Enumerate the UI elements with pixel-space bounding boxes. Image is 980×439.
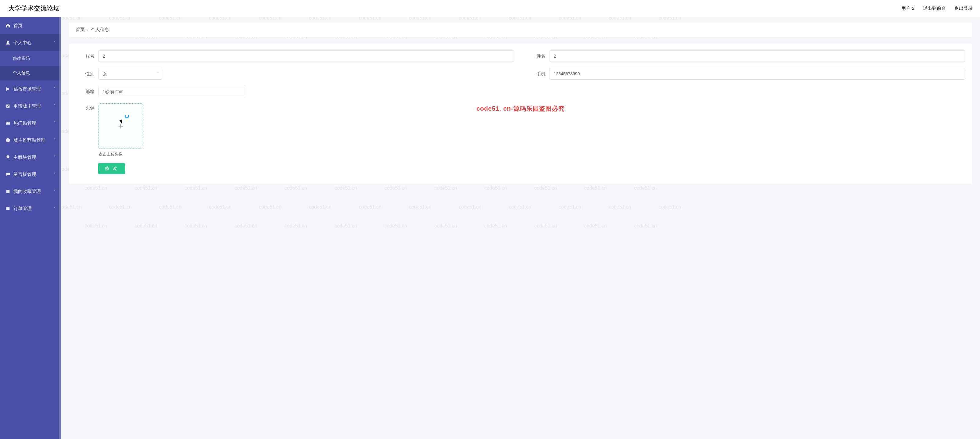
sidebar-item-message-board[interactable]: 留言板管理 ˅ [0,166,61,183]
avatar-upload[interactable]: ＋ [98,103,143,148]
sidebar-item-orders[interactable]: 订单管理 ˅ [0,200,61,217]
message-icon [5,172,10,177]
mail-icon [5,121,10,126]
breadcrumb-card: 首页 / 个人信息 [69,22,972,37]
chevron-down-icon: ˅ [54,207,56,211]
sidebar-item-label: 热门贴管理 [13,121,36,126]
sidebar-item-label: 首页 [13,23,22,29]
input-name[interactable] [549,50,966,62]
topbar-user[interactable]: 用户 2 [901,5,915,11]
sidebar-item-main-board[interactable]: 主版块管理 ˅ [0,149,61,166]
sidebar: 首页 个人中心 ˄ 修改密码 个人信息 跳蚤市场管理 [0,17,61,439]
bulb-icon [5,155,10,160]
chevron-down-icon: ˅ [54,87,56,91]
sidebar-item-label: 主版块管理 [13,154,36,161]
sidebar-item-personal[interactable]: 个人中心 ˄ [0,34,61,51]
label-phone: 手机 [527,71,546,77]
select-gender-value: 女 [103,72,107,76]
send-icon [5,87,10,91]
upload-hint: 点击上传头像 [99,151,143,157]
sidebar-item-flea-market[interactable]: 跳蚤市场管理 ˅ [0,81,61,97]
sidebar-item-label: 个人中心 [13,40,32,46]
sidebar-sub-personal-info[interactable]: 个人信息 [0,66,61,81]
sidebar-item-label: 跳蚤市场管理 [13,86,41,92]
plus-icon: ＋ [116,120,125,132]
chevron-down-icon: ˅ [54,138,56,142]
home-icon [5,23,10,28]
input-phone[interactable] [549,68,966,80]
input-account[interactable] [98,50,514,62]
sidebar-item-label: 订单管理 [13,206,32,212]
sidebar-item-favorites[interactable]: 我的收藏管理 ˅ [0,183,61,200]
content: 首页 / 个人信息 code51. cn-源码乐园盗图必究 账号 姓名 性别 [61,17,980,439]
breadcrumb-home[interactable]: 首页 [76,27,85,33]
clock-icon [5,138,10,143]
chevron-down-icon: ˅ [54,121,56,125]
sidebar-item-label: 申请版主管理 [13,103,41,109]
form-card: code51. cn-源码乐园盗图必究 账号 姓名 性别 女 [69,44,972,184]
label-email: 邮箱 [76,89,94,94]
topbar-exit-front[interactable]: 退出到前台 [923,5,946,11]
breadcrumb: 首页 / 个人信息 [76,27,966,33]
sidebar-sub-label: 修改密码 [13,56,30,61]
sidebar-sub-label: 个人信息 [13,70,30,76]
image-icon [5,189,10,194]
select-gender[interactable]: 女 ˅ [98,68,162,80]
label-avatar: 头像 [76,105,94,111]
sidebar-item-apply-moderator[interactable]: 申请版主管理 ˅ [0,97,61,115]
label-account: 账号 [76,53,94,59]
label-name: 姓名 [527,53,546,59]
label-gender: 性别 [76,71,94,77]
submit-button[interactable]: 修 改 [98,163,125,174]
breadcrumb-current: 个人信息 [91,27,109,33]
chevron-down-icon: ˅ [54,189,56,194]
sidebar-item-label: 留言板管理 [13,172,36,177]
check-square-icon [5,103,10,108]
chevron-down-icon: ˅ [157,72,159,76]
topbar-right: 用户 2 退出到前台 退出登录 [901,5,973,11]
chevron-down-icon: ˅ [54,172,56,177]
chevron-down-icon: ˅ [54,104,56,108]
chevron-down-icon: ˅ [54,155,56,159]
sidebar-item-moderator-rec[interactable]: 版主推荐贴管理 ˅ [0,132,61,149]
sidebar-item-hot-posts[interactable]: 热门贴管理 ˅ [0,115,61,132]
chevron-up-icon: ˄ [54,41,56,45]
sidebar-sub-change-password[interactable]: 修改密码 [0,51,61,66]
breadcrumb-sep: / [87,27,88,32]
sidebar-item-home[interactable]: 首页 [0,17,61,34]
list-icon [5,206,10,211]
sidebar-item-label: 我的收藏管理 [13,189,41,194]
input-email[interactable] [98,86,247,97]
app-title: 大学学术交流论坛 [8,4,60,13]
sidebar-scrollbar[interactable] [59,17,61,439]
topbar: 大学学术交流论坛 用户 2 退出到前台 退出登录 [0,0,980,17]
topbar-logout[interactable]: 退出登录 [955,5,973,11]
user-icon [5,40,10,45]
sidebar-item-label: 版主推荐贴管理 [13,137,45,143]
